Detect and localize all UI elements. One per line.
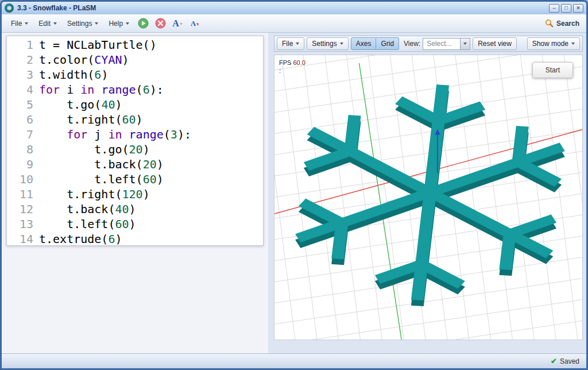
fps-line2: : [279, 67, 281, 74]
line-number: 12 [7, 202, 39, 217]
show-mode-label: Show mode [532, 40, 568, 48]
chevron-down-icon [340, 43, 343, 45]
line-number: 7 [7, 127, 39, 142]
line-number: 5 [7, 97, 39, 112]
axes-toggle-label: Axes [356, 40, 372, 48]
search-icon [545, 19, 554, 28]
viewer-file-label: File [282, 40, 293, 48]
chevron-down-icon [463, 43, 467, 45]
code-line: 13 t.left(60) [7, 217, 263, 232]
view-select-value: Select... [423, 40, 460, 48]
view-label: View: [404, 40, 420, 48]
code-line: 11 t.right(120) [7, 187, 263, 202]
line-number: 3 [7, 67, 39, 82]
search-button[interactable]: Search [545, 19, 582, 28]
menu-edit-label: Edit [38, 20, 51, 28]
line-number: 2 [7, 52, 39, 67]
viewer-toolbar: File Settings Axes Grid View: [274, 36, 583, 52]
grid-toggle-label: Grid [381, 40, 394, 48]
code-line: 4for i in range(6): [7, 82, 263, 97]
code-line: 1t = NCLabTurtle() [7, 37, 263, 52]
font-increase-button[interactable]: A+ [170, 17, 185, 30]
code-line: 8 t.go(20) [7, 142, 263, 157]
menu-bar: File Edit Settings Help [2, 14, 586, 33]
chevron-down-icon [571, 43, 575, 45]
line-number: 13 [7, 217, 39, 232]
status-bar: ✔ Saved [2, 353, 586, 368]
menu-help-label: Help [109, 20, 123, 28]
nclab-logo-icon: ❋ [5, 3, 14, 13]
viewer-file-button[interactable]: File [277, 37, 304, 50]
main-content: 1t = NCLabTurtle()2t.color(CYAN)3t.width… [2, 33, 586, 353]
code-lines: 1t = NCLabTurtle()2t.color(CYAN)3t.width… [7, 37, 263, 246]
line-number: 11 [7, 187, 39, 202]
play-circle-icon [138, 18, 149, 29]
grid-toggle[interactable]: Grid [376, 37, 399, 50]
font-decrease-button[interactable]: Ax [187, 17, 202, 30]
plus-icon: + [180, 21, 183, 26]
stop-circle-icon [155, 18, 166, 29]
fps-readout: FPS 60.0 : [279, 59, 305, 75]
show-mode-button[interactable]: Show mode [527, 37, 580, 50]
viewer-panel: File Settings Axes Grid View: [268, 33, 586, 353]
code-line: 2t.color(CYAN) [7, 52, 263, 67]
menu-file-label: File [11, 20, 22, 28]
code-line: 7 for j in range(3): [7, 127, 263, 142]
window-controls: – □ ✕ [549, 4, 583, 13]
viewer-settings-button[interactable]: Settings [307, 37, 348, 50]
code-line: 12 t.back(40) [7, 202, 263, 217]
line-number: 1 [7, 37, 39, 52]
app-window: ❋ 3.3 - Snowflake - PLaSM – □ ✕ File Edi… [0, 0, 588, 370]
code-line: 6 t.right(60) [7, 112, 263, 127]
fps-value: 60.0 [293, 59, 305, 66]
fps-label: FPS [279, 59, 291, 66]
menu-file[interactable]: File [6, 16, 33, 31]
code-line: 3t.width(6) [7, 67, 263, 82]
check-icon: ✔ [551, 357, 557, 365]
select-arrow [460, 38, 470, 49]
line-number: 8 [7, 142, 39, 157]
search-label: Search [556, 20, 579, 28]
line-number: 14 [7, 232, 39, 246]
chevron-down-icon [53, 22, 57, 25]
run-button[interactable] [136, 17, 150, 30]
maximize-button[interactable]: □ [561, 4, 571, 13]
menu-help[interactable]: Help [104, 16, 134, 31]
line-number: 10 [7, 172, 39, 187]
line-number: 4 [7, 82, 39, 97]
viewer-settings-label: Settings [312, 40, 336, 48]
line-number: 6 [7, 112, 39, 127]
font-increase-label: A [172, 18, 179, 29]
chevron-down-icon [25, 22, 28, 25]
close-button[interactable]: ✕ [573, 4, 583, 13]
view-select[interactable]: Select... [423, 38, 470, 50]
axes-toggle[interactable]: Axes [351, 37, 377, 50]
menu-settings-label: Settings [67, 20, 92, 28]
minus-icon: x [196, 21, 199, 26]
chevron-down-icon [126, 22, 129, 25]
stop-button[interactable] [153, 17, 168, 30]
viewer-3d-scene [274, 55, 582, 340]
minimize-button[interactable]: – [549, 4, 559, 13]
reset-view-label: Reset view [478, 40, 512, 48]
code-line: 9 t.back(20) [7, 157, 263, 172]
font-decrease-label: A [191, 19, 196, 28]
chevron-down-icon [95, 22, 98, 25]
saved-status: Saved [560, 357, 579, 365]
line-number: 9 [7, 157, 39, 172]
menu-settings[interactable]: Settings [63, 16, 103, 31]
code-line: 14t.extrude(6) [7, 232, 263, 246]
title-bar[interactable]: ❋ 3.3 - Snowflake - PLaSM – □ ✕ [2, 2, 586, 14]
code-line: 10 t.left(60) [7, 172, 263, 187]
chevron-down-icon [296, 43, 299, 45]
start-button[interactable]: Start [532, 62, 573, 78]
reset-view-button[interactable]: Reset view [473, 37, 517, 50]
window-title: 3.3 - Snowflake - PLaSM [17, 4, 96, 12]
code-editor[interactable]: 1t = NCLabTurtle()2t.color(CYAN)3t.width… [6, 36, 264, 246]
viewer-3d-canvas[interactable]: FPS 60.0 : Start [274, 55, 583, 340]
code-line: 5 t.go(40) [7, 97, 263, 112]
menu-edit[interactable]: Edit [34, 16, 61, 31]
